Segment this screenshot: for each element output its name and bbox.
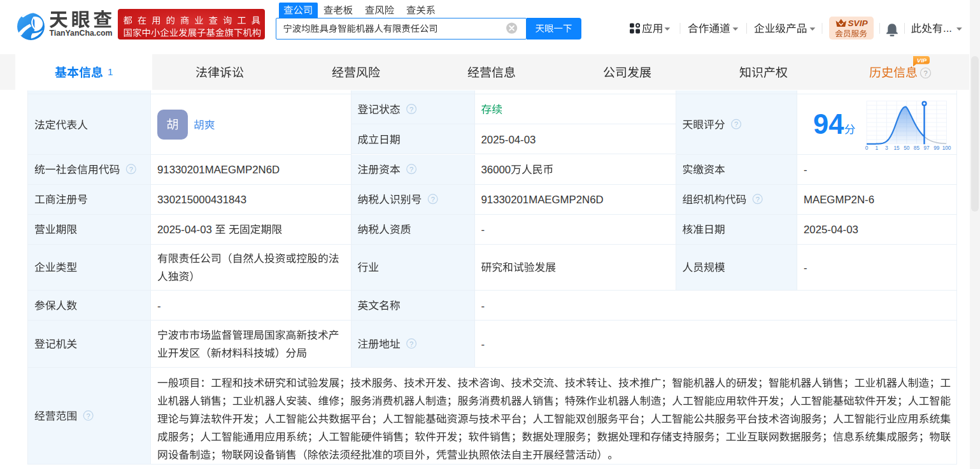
svg-text:MAEGMP2N-6: MAEGMP2N-6: [804, 194, 874, 206]
svg-text:SVIP: SVIP: [848, 18, 869, 28]
svg-text:?: ?: [431, 196, 435, 203]
svg-text:TianYanCha.com: TianYanCha.com: [50, 29, 113, 38]
svg-text:?: ?: [734, 120, 738, 128]
svg-text:2025-04-03: 2025-04-03: [804, 224, 858, 236]
svg-text:-: -: [481, 224, 485, 236]
svg-text:36000: 36000: [481, 164, 511, 176]
svg-text:2025-04-03: 2025-04-03: [481, 134, 536, 146]
svg-text:?: ?: [409, 166, 413, 173]
svg-text:0: 0: [865, 145, 869, 151]
svg-text:-: -: [157, 300, 161, 312]
svg-text:99: 99: [934, 145, 940, 151]
svg-text:97: 97: [924, 145, 930, 151]
svg-text:330215000431843: 330215000431843: [157, 194, 246, 206]
svg-text:94: 94: [813, 109, 844, 140]
svg-text:1: 1: [875, 145, 878, 151]
svg-text:15: 15: [894, 145, 900, 151]
svg-text:VIP: VIP: [917, 57, 927, 64]
svg-text:?: ?: [409, 340, 413, 348]
svg-text:-: -: [804, 262, 807, 274]
svg-text:91330201MAEGMP2N6D: 91330201MAEGMP2N6D: [481, 194, 604, 206]
svg-text:?: ?: [129, 166, 133, 173]
svg-text:-: -: [481, 300, 485, 312]
svg-text:?: ?: [923, 69, 927, 77]
svg-text:1: 1: [108, 66, 113, 77]
svg-text:100: 100: [942, 145, 951, 151]
svg-text:?: ?: [87, 412, 90, 420]
svg-text:-: -: [804, 164, 807, 176]
svg-text:91330201MAEGMP2N6D: 91330201MAEGMP2N6D: [157, 164, 280, 176]
svg-text:50: 50: [904, 145, 910, 151]
svg-text:3: 3: [885, 145, 888, 151]
svg-text:?: ?: [409, 106, 413, 113]
svg-text:...: ...: [943, 22, 952, 34]
svg-text:85: 85: [914, 145, 920, 151]
svg-text:?: ?: [756, 196, 760, 203]
svg-text:-: -: [481, 338, 485, 350]
svg-text:2025-04-03: 2025-04-03: [157, 224, 212, 236]
